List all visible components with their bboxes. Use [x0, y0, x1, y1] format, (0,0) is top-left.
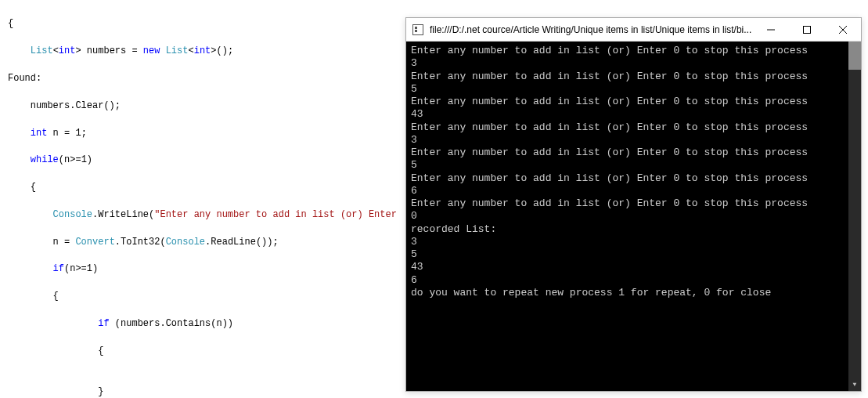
code-line: if (numbers.Contains(n))	[8, 317, 399, 331]
console-line: 3	[411, 134, 856, 147]
console-window: file:///D:/.net cource/Article Writing/U…	[405, 17, 862, 392]
code-line: {	[8, 181, 399, 194]
console-line: Enter any number to add in list (or) Ent…	[411, 197, 856, 210]
console-line: Enter any number to add in list (or) Ent…	[411, 71, 856, 83]
code-line: Found:	[8, 72, 399, 85]
scroll-down-icon[interactable]: ▼	[848, 378, 861, 391]
code-line: if(n>=1)	[8, 262, 399, 276]
console-line: 5	[411, 83, 856, 96]
code-line: {	[8, 17, 399, 31]
console-line: recorded List:	[411, 223, 856, 236]
code-line: Console.WriteLine("Enter any number to a…	[8, 208, 399, 222]
titlebar[interactable]: file:///D:/.net cource/Article Writing/U…	[406, 18, 861, 42]
console-line: 6	[411, 274, 856, 287]
code-line: numbers.Clear();	[8, 100, 399, 113]
close-button[interactable]	[825, 18, 861, 42]
code-line: n = Convert.ToInt32(Console.ReadLine());	[8, 236, 399, 249]
console-line: Enter any number to add in list (or) Ent…	[411, 121, 856, 134]
console-line: Enter any number to add in list (or) Ent…	[411, 172, 856, 185]
console-line: 5	[411, 159, 856, 172]
console-line: 43	[411, 108, 856, 121]
minimize-button[interactable]	[753, 18, 789, 42]
console-line: 0	[411, 210, 856, 223]
code-line: int n = 1;	[8, 127, 399, 140]
console-line: 5	[411, 248, 856, 261]
console-line: do you want to repeat new process 1 for …	[411, 287, 856, 299]
code-line: List<int> numbers = new List<int>();	[8, 45, 399, 58]
code-line: {	[8, 345, 399, 358]
console-line: Enter any number to add in list (or) Ent…	[411, 45, 856, 57]
scroll-thumb[interactable]	[848, 42, 861, 70]
svg-rect-1	[804, 26, 811, 33]
console-line: 3	[411, 236, 856, 248]
console-output[interactable]: Enter any number to add in list (or) Ent…	[406, 42, 861, 391]
maximize-button[interactable]	[789, 18, 825, 42]
code-line: while(n>=1)	[8, 154, 399, 167]
code-editor[interactable]: { List<int> numbers = new List<int>(); F…	[0, 0, 399, 398]
window-title: file:///D:/.net cource/Article Writing/U…	[430, 24, 753, 35]
console-line: 6	[411, 185, 856, 197]
console-line: Enter any number to add in list (or) Ent…	[411, 96, 856, 108]
scrollbar[interactable]: ▲ ▼	[848, 42, 861, 391]
console-icon	[412, 24, 423, 35]
console-line: 3	[411, 57, 856, 70]
code-line: }	[8, 385, 399, 398]
console-line: 43	[411, 261, 856, 273]
code-line: {	[8, 290, 399, 303]
console-line: Enter any number to add in list (or) Ent…	[411, 147, 856, 159]
